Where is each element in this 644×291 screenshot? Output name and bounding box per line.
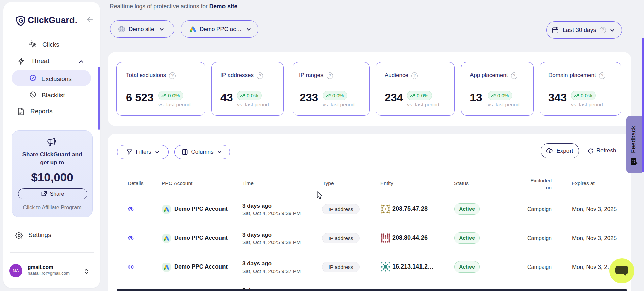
svg-text:G: G — [18, 17, 23, 24]
